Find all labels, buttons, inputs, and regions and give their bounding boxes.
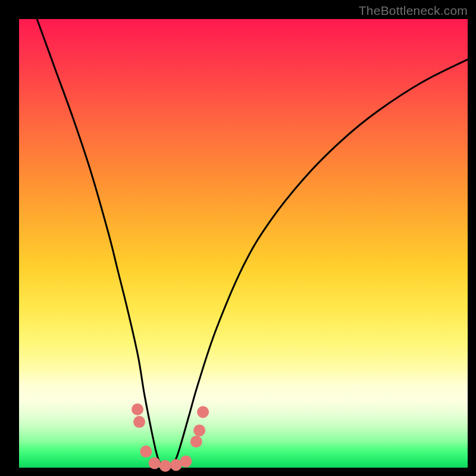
plot-area xyxy=(19,19,468,468)
marker-dot xyxy=(190,436,202,447)
watermark-text: TheBottleneck.com xyxy=(359,4,468,18)
chart-frame: TheBottleneck.com xyxy=(0,0,476,476)
marker-dot xyxy=(193,424,205,436)
curve-layer xyxy=(19,19,468,468)
marker-dot xyxy=(197,406,209,418)
marker-dot xyxy=(159,460,171,472)
marker-dot xyxy=(149,457,161,469)
marker-dot xyxy=(133,416,145,428)
marker-dot xyxy=(131,403,143,415)
marker-dot xyxy=(140,446,152,458)
bottleneck-curve xyxy=(37,19,468,468)
marker-dots xyxy=(131,403,209,472)
marker-dot xyxy=(180,455,192,467)
